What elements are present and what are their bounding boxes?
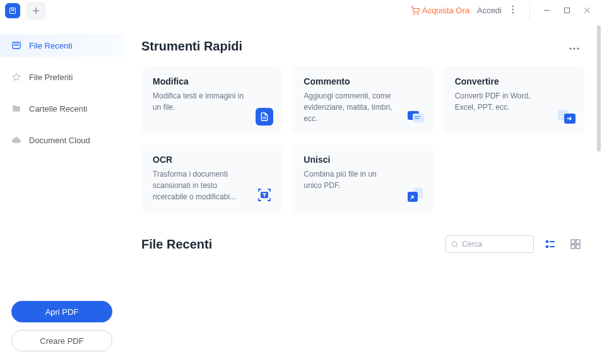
- tool-card-edit[interactable]: Modifica Modifica testi e immagini in un…: [141, 66, 282, 134]
- sidebar-item-document-cloud[interactable]: Document Cloud: [0, 129, 124, 151]
- svg-rect-30: [576, 240, 580, 244]
- svg-rect-31: [571, 245, 575, 249]
- svg-point-14: [577, 47, 579, 49]
- scrollbar-track: [597, 25, 601, 359]
- body-wrap: File Recenti File Preferiti Cartelle Rec…: [0, 21, 602, 364]
- search-icon: [451, 240, 458, 249]
- tool-card-comment[interactable]: Commento Aggiungi commenti, come evidenz…: [292, 66, 433, 134]
- titlebar-right: Acquista Ora Accedi: [411, 2, 597, 20]
- sidebar-spacer: [0, 160, 124, 301]
- recent-files-title: File Recenti: [141, 237, 438, 252]
- svg-rect-26: [550, 241, 555, 242]
- recent-files-icon: [11, 40, 21, 50]
- search-box[interactable]: [446, 235, 534, 253]
- create-pdf-button[interactable]: Creare PDF: [11, 330, 112, 351]
- svg-rect-29: [571, 240, 575, 244]
- app-logo: [5, 3, 20, 18]
- sidebar-item-recent-files[interactable]: File Recenti: [0, 34, 124, 57]
- folder-icon: [11, 103, 21, 114]
- more-tools-button[interactable]: [569, 41, 584, 52]
- quick-tools-title: Strumenti Rapidi: [141, 39, 242, 54]
- tool-card-convert[interactable]: Convertire Converti PDF in Word, Excel, …: [444, 66, 584, 134]
- close-icon: [584, 7, 591, 14]
- svg-point-6: [512, 5, 514, 6]
- svg-rect-25: [546, 240, 548, 243]
- buy-now-link[interactable]: Acquista Ora: [411, 6, 469, 15]
- svg-rect-17: [415, 116, 421, 117]
- cart-icon: [411, 6, 420, 15]
- tool-card-merge[interactable]: Unisci Combina più file in un unico PDF.: [292, 144, 433, 213]
- sidebar-actions: Apri PDF Creare PDF: [0, 301, 124, 364]
- tools-grid: Modifica Modifica testi e immagini in un…: [141, 66, 584, 213]
- comment-icon: [407, 108, 425, 126]
- main-scroll: Strumenti Rapidi Modifica Modifica testi…: [141, 39, 584, 346]
- minimize-button[interactable]: [536, 2, 557, 20]
- tool-title: Modifica: [153, 76, 271, 86]
- kebab-menu[interactable]: [509, 3, 517, 19]
- svg-rect-28: [550, 246, 555, 247]
- cloud-icon: [11, 135, 21, 145]
- svg-point-12: [570, 47, 572, 49]
- svg-rect-3: [11, 10, 15, 11]
- login-link[interactable]: Accedi: [477, 6, 502, 15]
- convert-icon: [558, 108, 575, 126]
- ocr-icon: [256, 186, 273, 204]
- recent-files-header: File Recenti: [141, 235, 584, 253]
- merge-icon: [407, 186, 425, 204]
- grid-view-icon: [570, 239, 581, 249]
- tool-desc: Combina più file in un unico PDF.: [304, 168, 395, 191]
- sidebar-item-label: File Recenti: [29, 41, 73, 50]
- app-logo-icon: [8, 6, 17, 15]
- svg-rect-9: [564, 8, 569, 13]
- svg-point-8: [512, 11, 514, 13]
- svg-rect-32: [576, 245, 580, 249]
- tool-title: Convertire: [455, 76, 573, 86]
- tool-title: Unisci: [304, 155, 422, 165]
- svg-point-5: [418, 13, 418, 14]
- list-view-icon: [545, 239, 555, 249]
- list-view-button[interactable]: [541, 235, 559, 253]
- quick-tools-header: Strumenti Rapidi: [141, 39, 584, 54]
- minimize-icon: [543, 7, 550, 14]
- sidebar-item-label: Document Cloud: [29, 136, 90, 145]
- search-input[interactable]: [462, 240, 528, 249]
- sidebar-item-favorite-files[interactable]: File Preferiti: [0, 66, 124, 88]
- sidebar: File Recenti File Preferiti Cartelle Rec…: [0, 21, 124, 364]
- sidebar-item-label: File Preferiti: [29, 73, 73, 82]
- svg-point-4: [413, 13, 414, 14]
- buy-now-label: Acquista Ora: [422, 6, 469, 15]
- grid-view-button[interactable]: [567, 235, 584, 253]
- ellipsis-icon: [569, 47, 579, 50]
- scrollbar-thumb[interactable]: [597, 25, 601, 151]
- svg-rect-27: [546, 245, 548, 248]
- star-icon: [11, 72, 21, 82]
- main-content: Strumenti Rapidi Modifica Modifica testi…: [124, 21, 602, 364]
- maximize-button[interactable]: [557, 2, 577, 20]
- window-controls: [529, 2, 597, 20]
- edit-icon: [256, 108, 273, 126]
- sidebar-item-recent-folders[interactable]: Cartelle Recenti: [0, 97, 124, 120]
- kebab-icon: [512, 5, 514, 14]
- tool-card-ocr[interactable]: OCR Trasforma i documenti scansionati in…: [141, 144, 282, 213]
- tool-desc: Converti PDF in Word, Excel, PPT, ecc.: [455, 90, 546, 113]
- sidebar-item-label: Cartelle Recenti: [29, 104, 88, 114]
- close-button[interactable]: [577, 2, 597, 20]
- tool-title: OCR: [153, 155, 271, 165]
- tool-desc: Trasforma i documenti scansionati in tes…: [153, 168, 244, 203]
- open-pdf-button[interactable]: Apri PDF: [11, 301, 112, 322]
- svg-point-7: [512, 8, 514, 9]
- tool-title: Commento: [304, 76, 422, 86]
- maximize-icon: [564, 7, 570, 14]
- svg-marker-11: [13, 73, 20, 80]
- plus-icon: [32, 7, 40, 15]
- titlebar: Acquista Ora Accedi: [0, 0, 602, 21]
- tool-desc: Modifica testi e immagini in un file.: [153, 90, 244, 113]
- svg-rect-2: [11, 9, 15, 9]
- new-tab-button[interactable]: [27, 2, 45, 20]
- svg-rect-18: [415, 118, 419, 119]
- svg-point-24: [452, 242, 456, 246]
- tool-desc: Aggiungi commenti, come evidenziare, mat…: [304, 90, 395, 124]
- svg-point-13: [574, 47, 575, 49]
